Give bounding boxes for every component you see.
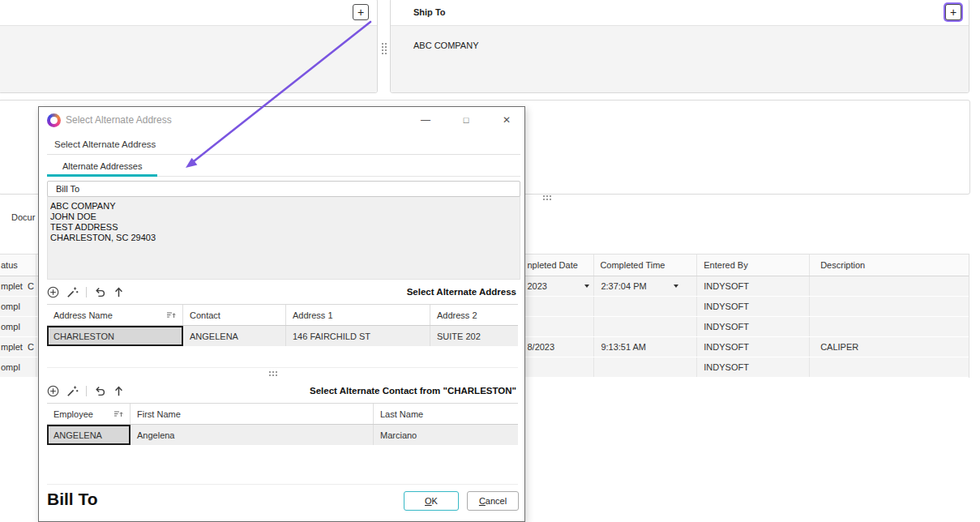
address-toolbar: Select Alternate Address xyxy=(47,282,516,302)
column-header-address-name[interactable]: Address Name xyxy=(47,305,183,325)
wand-icon[interactable] xyxy=(66,385,79,397)
group-title: Select Alternate Address xyxy=(47,136,520,155)
add-circle-icon[interactable] xyxy=(47,385,59,397)
status-cell: ompl xyxy=(0,317,36,336)
address2-cell[interactable]: SUITE 202 xyxy=(430,326,518,346)
horizontal-splitter-grip[interactable] xyxy=(542,195,552,201)
column-header-contact[interactable]: Contact xyxy=(183,305,286,325)
add-address-button[interactable]: + xyxy=(353,4,369,20)
empty-grid-area xyxy=(47,347,518,368)
column-header-status[interactable]: atus xyxy=(0,255,36,276)
vertical-splitter-grip[interactable] xyxy=(381,42,387,55)
date-value: 2023 xyxy=(527,281,546,291)
contact-grid-header: Employee First Name Last Name xyxy=(47,404,518,425)
column-header-label: Employee xyxy=(53,409,93,419)
select-alternate-address-dialog: Select Alternate Address — □ ✕ Select Al… xyxy=(38,106,525,522)
completed-date-cell xyxy=(524,297,594,316)
column-header-description[interactable]: Description xyxy=(810,255,969,276)
tab-alternate-addresses[interactable]: Alternate Addresses xyxy=(47,158,157,177)
close-button[interactable]: ✕ xyxy=(494,107,519,134)
contact-toolbar: Select Alternate Contact from "CHARLESTO… xyxy=(47,381,516,400)
empty-grid-area xyxy=(47,446,518,485)
cancel-accelerator: C xyxy=(479,496,486,506)
dropdown-chevron-icon[interactable] xyxy=(674,285,678,288)
entered-by-cell: INDYSOFT xyxy=(697,297,810,316)
ship-to-panel-body: ABC COMPANY xyxy=(391,25,969,92)
column-header-address2[interactable]: Address 2 xyxy=(430,305,518,325)
wand-icon[interactable] xyxy=(66,286,79,298)
completed-time-cell[interactable]: 2:37:04 PM xyxy=(594,276,697,296)
address-grid-header: Address Name Contact Address 1 Address 2 xyxy=(47,305,518,326)
toolbar-separator xyxy=(86,287,87,297)
completed-date-cell: 8/2023 xyxy=(524,337,594,357)
address-grid-row[interactable]: CHARLESTON ANGELENA 146 FAIRCHILD ST SUI… xyxy=(47,326,518,347)
first-name-cell[interactable]: Angelena xyxy=(131,425,374,445)
maximize-button[interactable]: □ xyxy=(454,107,478,134)
entered-by-cell: INDYSOFT xyxy=(697,276,810,296)
dialog-title: Select Alternate Address xyxy=(66,107,172,134)
column-header-completed-time[interactable]: Completed Time xyxy=(594,255,697,276)
column-header-completed-date[interactable]: npleted Date xyxy=(524,255,594,276)
alternate-contact-grid: Employee First Name Last Name ANGELENA A… xyxy=(47,403,518,485)
status-cell: mplet C xyxy=(0,276,36,296)
description-cell xyxy=(810,276,969,296)
bill-to-panel-body xyxy=(0,25,377,92)
completed-date-cell[interactable]: 2023 xyxy=(524,276,594,296)
contact-section-label: Select Alternate Contact from "CHARLESTO… xyxy=(310,386,516,396)
address-line: ABC COMPANY xyxy=(50,201,520,212)
column-header-address1[interactable]: Address 1 xyxy=(286,305,430,325)
add-circle-icon[interactable] xyxy=(47,286,59,298)
description-cell xyxy=(810,317,969,336)
cancel-button[interactable]: Cancel xyxy=(467,491,519,511)
entered-by-cell: INDYSOFT xyxy=(697,357,810,377)
address-line: TEST ADDRESS xyxy=(50,222,520,233)
address1-cell[interactable]: 146 FAIRCHILD ST xyxy=(286,326,430,346)
documents-tab[interactable]: Docur xyxy=(11,212,35,222)
dialog-titlebar[interactable]: Select Alternate Address — □ ✕ xyxy=(39,107,524,134)
move-up-icon[interactable] xyxy=(113,286,124,298)
move-up-icon[interactable] xyxy=(113,385,124,397)
address-line: JOHN DOE xyxy=(50,212,520,222)
bill-to-footer-label: Bill To xyxy=(47,490,98,509)
column-header-entered-by[interactable]: Entered By xyxy=(697,255,810,276)
sort-ascending-icon xyxy=(166,310,176,319)
description-cell xyxy=(810,297,969,316)
cancel-label-rest: ancel xyxy=(486,496,507,506)
minimize-button[interactable]: — xyxy=(413,107,438,134)
ok-accelerator: O xyxy=(425,496,432,506)
alternate-address-grid: Address Name Contact Address 1 Address 2… xyxy=(47,304,518,368)
address-section-label: Select Alternate Address xyxy=(407,287,516,297)
time-value: 2:37:04 PM xyxy=(601,281,646,291)
completed-time-cell xyxy=(594,297,697,316)
undo-icon[interactable] xyxy=(94,286,106,298)
description-cell xyxy=(810,357,969,377)
dropdown-chevron-icon[interactable] xyxy=(584,285,589,288)
column-header-first-name[interactable]: First Name xyxy=(131,404,374,424)
last-name-cell[interactable]: Marciano xyxy=(374,425,518,445)
ship-to-panel: Ship To + ABC COMPANY xyxy=(390,0,969,93)
column-header-label: Address Name xyxy=(53,310,113,320)
ok-label-rest: K xyxy=(432,496,438,506)
completed-time-cell xyxy=(594,317,697,336)
ok-button[interactable]: OK xyxy=(404,491,459,511)
ship-to-company: ABC COMPANY xyxy=(413,41,478,50)
completed-time-cell: 9:13:51 AM xyxy=(594,337,697,357)
contact-grid-row[interactable]: ANGELENA Angelena Marciano xyxy=(47,425,518,446)
undo-icon[interactable] xyxy=(94,385,106,397)
description-cell: CALIPER xyxy=(810,337,969,357)
column-header-last-name[interactable]: Last Name xyxy=(374,404,518,424)
bill-to-address-block: ABC COMPANY JOHN DOE TEST ADDRESS CHARLE… xyxy=(47,196,520,280)
entered-by-cell: INDYSOFT xyxy=(697,337,810,357)
address-line: CHARLESTON, SC 29403 xyxy=(50,233,520,243)
completed-date-cell xyxy=(524,357,594,377)
column-header-employee[interactable]: Employee xyxy=(47,404,131,424)
toolbar-separator xyxy=(86,386,87,396)
employee-cell-selected[interactable]: ANGELENA xyxy=(47,425,131,445)
completed-time-cell xyxy=(594,357,697,377)
sort-ascending-icon xyxy=(113,409,123,418)
address-name-cell-selected[interactable]: CHARLESTON xyxy=(47,326,183,346)
add-ship-to-address-button[interactable]: + xyxy=(945,4,961,20)
contact-cell[interactable]: ANGELENA xyxy=(183,326,286,346)
bill-to-panel: + xyxy=(0,0,378,93)
dialog-splitter-grip[interactable] xyxy=(268,370,278,377)
